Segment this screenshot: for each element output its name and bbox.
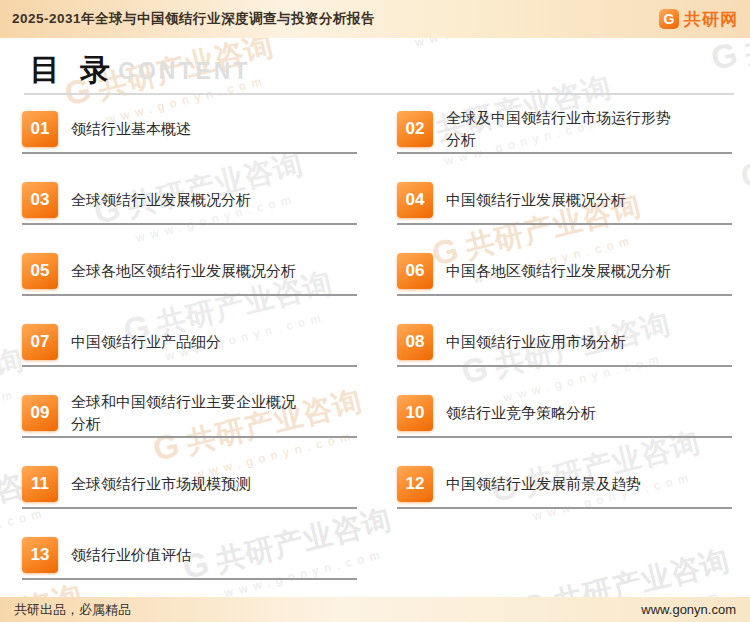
toc-item-09[interactable]: 09 全球和中国领结行业主要企业概况分析 (22, 390, 357, 461)
toc-item-main: 13 领结行业价值评估 (22, 532, 357, 578)
toc-item-label: 全球和中国领结行业主要企业概况分析 (71, 391, 304, 435)
toc-item-main: 02 全球及中国领结行业市场运行形势分析 (397, 106, 732, 152)
toc-item-main: 10 领结行业竞争策略分析 (397, 390, 732, 436)
toc-item-12[interactable]: 12 中国领结行业发展前景及趋势 (397, 461, 732, 532)
toc-item-divider (22, 436, 357, 438)
toc-item-06[interactable]: 06 中国各地区领结行业发展概况分析 (397, 248, 732, 319)
gonyn-logo[interactable]: G 共研网 (659, 8, 738, 31)
toc-content: 目 录 CONTENT 01 领结行业基本概述 02 全球及中国领结行业市场运行… (0, 38, 750, 597)
toc-item-divider (22, 578, 357, 580)
footer-slogan: 共研出品，必属精品 (14, 601, 131, 619)
toc-item-label: 全球及中国领结行业市场运行形势分析 (446, 107, 679, 151)
toc-item-number-badge: 06 (397, 253, 433, 289)
toc-item-number-badge: 02 (397, 111, 433, 147)
toc-item-divider (397, 507, 732, 509)
toc-item-label: 中国领结行业发展概况分析 (446, 189, 626, 211)
toc-item-divider (397, 152, 732, 154)
toc-item-number-badge: 11 (22, 466, 58, 502)
toc-item-01[interactable]: 01 领结行业基本概述 (22, 106, 357, 177)
toc-item-label: 全球各地区领结行业发展概况分析 (71, 260, 296, 282)
toc-item-main: 12 中国领结行业发展前景及趋势 (397, 461, 732, 507)
toc-item-label: 中国领结行业应用市场分析 (446, 331, 626, 353)
toc-item-number-badge: 10 (397, 395, 433, 431)
toc-item-11[interactable]: 11 全球领结行业市场规模预测 (22, 461, 357, 532)
toc-title-row: 目 录 CONTENT (30, 46, 750, 86)
toc-item-number-badge: 13 (22, 537, 58, 573)
toc-item-main: 08 中国领结行业应用市场分析 (397, 319, 732, 365)
toc-item-divider (22, 507, 357, 509)
toc-grid: 01 领结行业基本概述 02 全球及中国领结行业市场运行形势分析 03 全球领结… (22, 106, 732, 603)
toc-item-number-badge: 05 (22, 253, 58, 289)
toc-item-main: 03 全球领结行业发展概况分析 (22, 177, 357, 223)
toc-item-label: 全球领结行业发展概况分析 (71, 189, 251, 211)
toc-item-divider (22, 365, 357, 367)
toc-item-10[interactable]: 10 领结行业竞争策略分析 (397, 390, 732, 461)
toc-item-divider (397, 436, 732, 438)
toc-item-label: 中国领结行业产品细分 (71, 331, 221, 353)
toc-item-main: 01 领结行业基本概述 (22, 106, 357, 152)
footer-bar: 共研出品，必属精品 www.gonyn.com (0, 597, 750, 622)
toc-item-main: 06 中国各地区领结行业发展概况分析 (397, 248, 732, 294)
toc-item-main: 09 全球和中国领结行业主要企业概况分析 (22, 390, 357, 436)
toc-item-05[interactable]: 05 全球各地区领结行业发展概况分析 (22, 248, 357, 319)
header-bar: 2025-2031年全球与中国领结行业深度调查与投资分析报告 G 共研网 (0, 0, 750, 38)
toc-item-label: 领结行业价值评估 (71, 544, 191, 566)
toc-item-main: 04 中国领结行业发展概况分析 (397, 177, 732, 223)
toc-item-label: 全球领结行业市场规模预测 (71, 473, 251, 495)
toc-item-label: 中国各地区领结行业发展概况分析 (446, 260, 671, 282)
page-subtitle: CONTENT (118, 58, 250, 85)
toc-item-main: 05 全球各地区领结行业发展概况分析 (22, 248, 357, 294)
toc-item-number-badge: 01 (22, 111, 58, 147)
toc-item-divider (22, 152, 357, 154)
report-toc-page: G共研产业咨询 www.gonyn.com G共研产业咨询 www.gonyn.… (0, 0, 750, 622)
toc-item-divider (397, 294, 732, 296)
toc-item-07[interactable]: 07 中国领结行业产品细分 (22, 319, 357, 390)
toc-item-divider (22, 223, 357, 225)
toc-item-label: 中国领结行业发展前景及趋势 (446, 473, 641, 495)
title-divider (24, 93, 734, 95)
toc-item-08[interactable]: 08 中国领结行业应用市场分析 (397, 319, 732, 390)
toc-item-number-badge: 07 (22, 324, 58, 360)
toc-item-number-badge: 09 (22, 395, 58, 431)
toc-item-divider (22, 294, 357, 296)
toc-item-number-badge: 08 (397, 324, 433, 360)
toc-item-label: 领结行业竞争策略分析 (446, 402, 596, 424)
toc-item-number-badge: 04 (397, 182, 433, 218)
toc-item-label: 领结行业基本概述 (71, 118, 191, 140)
report-title: 2025-2031年全球与中国领结行业深度调查与投资分析报告 (12, 10, 375, 28)
toc-item-number-badge: 12 (397, 466, 433, 502)
page-title: 目 录 (30, 53, 116, 86)
toc-item-divider (397, 365, 732, 367)
toc-item-main: 07 中国领结行业产品细分 (22, 319, 357, 365)
toc-item-13[interactable]: 13 领结行业价值评估 (22, 532, 357, 603)
gonyn-logo-icon: G (659, 9, 679, 29)
toc-item-number-badge: 03 (22, 182, 58, 218)
toc-item-02[interactable]: 02 全球及中国领结行业市场运行形势分析 (397, 106, 732, 177)
toc-item-divider (397, 223, 732, 225)
toc-item-main: 11 全球领结行业市场规模预测 (22, 461, 357, 507)
toc-item-03[interactable]: 03 全球领结行业发展概况分析 (22, 177, 357, 248)
gonyn-logo-name: 共研网 (684, 8, 738, 31)
footer-url[interactable]: www.gonyn.com (641, 602, 736, 617)
toc-item-04[interactable]: 04 中国领结行业发展概况分析 (397, 177, 732, 248)
